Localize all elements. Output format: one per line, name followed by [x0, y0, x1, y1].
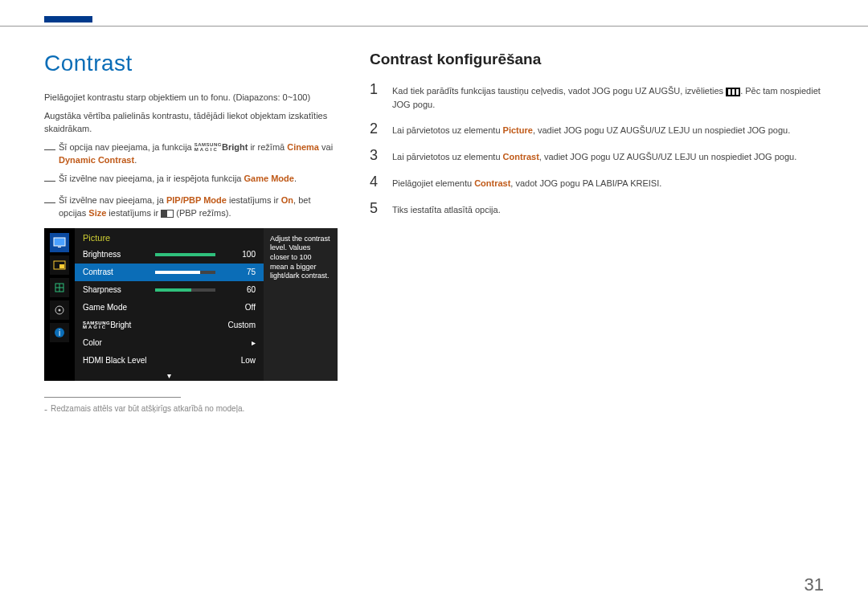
note-3-mid1: iestatījums ir [227, 195, 281, 205]
osd-row-hdmi-black[interactable]: HDMI Black Level Low [75, 352, 264, 370]
osd-brightness-label: Brightness [83, 250, 155, 259]
pip-pbp-mode-label: PIP/PBP Mode [166, 195, 227, 205]
step-4-pre: Pielāgojiet elementu [392, 178, 474, 188]
step-2: 2 Lai pārvietotos uz elementu Picture, v… [370, 121, 824, 137]
osd-gamemode-value: Off [215, 303, 256, 312]
osd-row-magic-bright[interactable]: SAMSUNGMAGICBright Custom [75, 317, 264, 334]
osd-tab-picture-icon[interactable] [50, 233, 69, 252]
osd-row-sharpness[interactable]: Sharpness 60 [75, 281, 264, 299]
step-3-pre: Lai pārvietotos uz elementu [392, 152, 503, 161]
bright-label: Bright [222, 142, 248, 152]
osd-contrast-slider [155, 271, 215, 274]
pbp-split-icon [161, 210, 174, 218]
footnote-text: Redzamais attēls var būt atšķirīgs atkar… [51, 404, 244, 415]
osd-tab-pip-icon[interactable] [50, 255, 69, 275]
osd-row-contrast[interactable]: Contrast 75 [75, 264, 264, 281]
page-number: 31 [805, 574, 824, 595]
picture-label: Picture [503, 125, 533, 135]
on-label: On [281, 195, 293, 205]
osd-section-title: Picture [75, 228, 264, 246]
contrast-label: Contrast [503, 152, 539, 161]
svg-rect-0 [54, 238, 65, 246]
note-3-pre: Šī izvēlne nav pieejama, ja [59, 195, 166, 205]
osd-tab-info-icon[interactable]: i [50, 323, 69, 342]
step-4-post: , vadot JOG pogu PA LABI/PA KREISI. [510, 178, 661, 188]
osd-gamemode-label: Game Mode [83, 303, 155, 312]
step-5: 5 Tiks iestatīta atlasītā opcija. [370, 200, 824, 217]
intro-p2: Augstāka vērtība palielinās kontrastu, t… [44, 109, 338, 136]
right-column: Contrast konfigurēšana 1 Kad tiek parādī… [370, 51, 824, 415]
footnote: - Redzamais attēls var būt atšķirīgs atk… [44, 404, 338, 415]
note-2: ― Šī izvēlne nav pieejama, ja ir iespējo… [44, 172, 338, 189]
svg-rect-1 [58, 247, 61, 247]
osd-tab-display-icon[interactable] [50, 278, 69, 297]
game-mode-label: Game Mode [244, 174, 294, 183]
footnote-rule [44, 397, 181, 398]
svg-point-8 [59, 309, 61, 311]
osd-row-brightness[interactable]: Brightness 100 [75, 246, 264, 264]
step-number: 2 [370, 121, 381, 137]
dash-icon: ― [44, 172, 55, 189]
intro-p1: Pielāgojiet kontrastu starp objektiem un… [44, 91, 338, 104]
osd-sharpness-value: 60 [215, 285, 256, 294]
menu-guide-icon [726, 88, 740, 96]
note-1-pre: Šī opcija nav pieejama, ja funkcija [59, 142, 194, 152]
step-3: 3 Lai pārvietotos uz elementu Contrast, … [370, 147, 824, 164]
step-1: 1 Kad tiek parādīts funkcijas taustiņu c… [370, 81, 824, 111]
osd-brightness-slider [155, 253, 215, 256]
osd-screenshot: i Picture Brightness 100 Contrast 75 [44, 228, 338, 381]
note-2-pre: Šī izvēlne nav pieejama, ja ir iespējota… [59, 174, 244, 183]
osd-magicbright-value: Custom [215, 321, 256, 329]
note-3: ― Šī izvēlne nav pieejama, ja PIP/PBP Mo… [44, 194, 338, 220]
osd-hdmiblack-label: HDMI Black Level [83, 356, 179, 365]
header-accent-bar [44, 16, 92, 22]
left-column: Contrast Pielāgojiet kontrastu starp obj… [44, 51, 338, 415]
osd-color-label: Color [83, 338, 155, 347]
osd-sidebar: i [44, 228, 75, 381]
step-2-post: , vadiet JOG pogu UZ AUGŠU/UZ LEJU un no… [533, 125, 790, 135]
svg-text:i: i [59, 329, 60, 337]
osd-contrast-label: Contrast [83, 268, 155, 276]
note-2-period: . [294, 174, 297, 183]
page-title: Contrast [44, 51, 338, 76]
note-3-end: (PBP režīms). [174, 208, 231, 218]
note-1-or: vai [319, 142, 333, 152]
cinema-label: Cinema [287, 142, 319, 152]
header-rule [0, 26, 868, 27]
osd-color-arrow: ▸ [215, 338, 256, 347]
step-4: 4 Pielāgojiet elementu Contrast, vadot J… [370, 174, 824, 190]
dash-icon: ― [44, 141, 55, 167]
step-5-text: Tiks iestatīta atlasītā opcija. [392, 200, 824, 217]
osd-scroll-down-icon[interactable]: ▾ [75, 370, 264, 382]
svg-rect-3 [59, 264, 64, 268]
note-3-mid3: iestatījums ir [106, 208, 161, 218]
size-label: Size [88, 208, 106, 218]
osd-tab-settings-icon[interactable] [50, 300, 69, 320]
step-number: 1 [370, 81, 381, 98]
osd-sharpness-slider [155, 288, 215, 292]
step-number: 4 [370, 174, 381, 190]
osd-row-game-mode[interactable]: Game Mode Off [75, 299, 264, 317]
osd-main: Picture Brightness 100 Contrast 75 Sharp… [75, 228, 264, 381]
samsung-magic-logo: SAMSUNGMAGIC [194, 143, 222, 152]
step-1-pre: Kad tiek parādīts funkcijas taustiņu ceļ… [392, 86, 726, 96]
dash-icon: ― [44, 194, 55, 220]
osd-magicbright-label: SAMSUNGMAGICBright [83, 321, 155, 330]
step-3-post: , vadiet JOG pogu UZ AUGŠU/UZ LEJU un no… [539, 152, 796, 161]
config-title: Contrast konfigurēšana [370, 51, 824, 68]
step-2-pre: Lai pārvietotos uz elementu [392, 125, 503, 135]
osd-hdmiblack-value: Low [215, 356, 256, 365]
note-1-mid: ir režīmā [248, 142, 287, 152]
osd-help-text: Adjust the contrast level. Values closer… [264, 228, 338, 381]
step-number: 3 [370, 147, 381, 164]
note-1: ― Šī opcija nav pieejama, ja funkcija SA… [44, 141, 338, 167]
osd-sharpness-label: Sharpness [83, 285, 155, 294]
osd-brightness-value: 100 [215, 250, 256, 259]
note-1-period: . [134, 155, 137, 165]
dynamic-contrast-label: Dynamic Contrast [59, 155, 134, 165]
osd-contrast-value: 75 [215, 268, 256, 276]
step-number: 5 [370, 200, 381, 217]
osd-row-color[interactable]: Color ▸ [75, 334, 264, 352]
dash-icon: - [44, 404, 47, 415]
contrast-label: Contrast [474, 178, 510, 188]
